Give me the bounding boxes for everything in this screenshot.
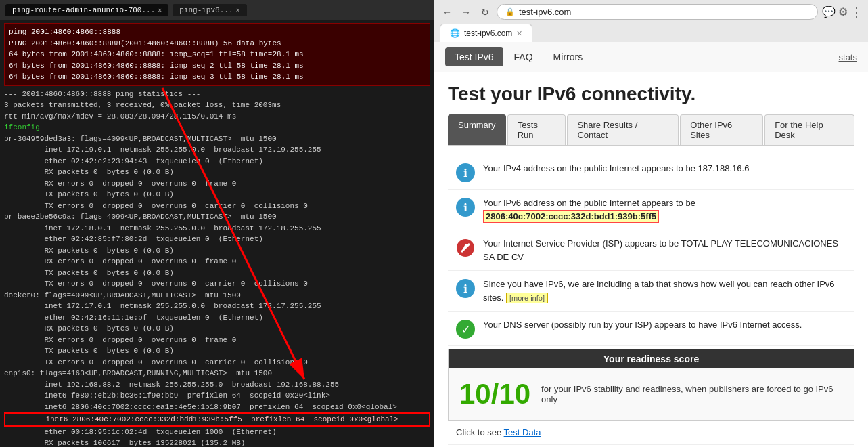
terminal-line: --- 2001:4860:4860::8888 ping statistics… xyxy=(4,89,430,100)
check-icon: ✓ xyxy=(456,320,475,339)
terminal-line: RX packets 0 bytes 0 (0.0 B) xyxy=(4,245,430,257)
info-item-isp: Your Internet Service Provider (ISP) app… xyxy=(448,230,854,271)
ipv6-text-prefix: Your IPv6 address on the public Internet… xyxy=(483,198,695,208)
terminal-content: ping 2001:4860:4860::8888 PING 2001:4860… xyxy=(0,20,434,447)
extension-icon[interactable]: ⚙ xyxy=(838,5,848,18)
terminal-line: inet6 2806:40c:7002:cccc:ea1e:4e5e:1b18:… xyxy=(4,402,430,413)
info-item-since-ipv6: ℹ Since you have IPv6, we are including … xyxy=(448,271,854,312)
test-data-prefix: Click to see xyxy=(456,427,504,438)
terminal-line: ether 02:42:16:11:1e:bf txqueuelen 0 (Et… xyxy=(4,312,430,324)
tab-summary[interactable]: Summary xyxy=(448,114,506,145)
test-data-section: Click to see Test Data xyxy=(448,421,854,444)
readiness-section: Your readiness score 10/10 for your IPv6… xyxy=(448,349,854,421)
browser-tab[interactable]: 🌐 test-ipv6.com ✕ xyxy=(440,24,532,42)
tab-close[interactable]: ✕ xyxy=(516,29,522,38)
terminal-line: TX packets 0 bytes 0 (0.0 B) xyxy=(4,345,430,357)
terminal-line: TX packets 0 bytes 0 (0.0 B) xyxy=(4,268,430,279)
tab-tests-run[interactable]: Tests Run xyxy=(507,114,566,145)
test-data-link[interactable]: Test Data xyxy=(504,427,541,438)
terminal-line: enp1s0: flags=4163<UP,BROADCAST,RUNNING,… xyxy=(4,368,430,379)
readiness-body: 10/10 for your IPv6 stability and readin… xyxy=(449,368,854,420)
terminal-line: TX packets 0 bytes 0 (0.0 B) xyxy=(4,189,430,200)
tab-help-desk[interactable]: For the Help Desk xyxy=(764,114,854,145)
nav-link-mirrors[interactable]: Mirrors xyxy=(544,47,593,66)
menu-icon[interactable]: ⋮ xyxy=(850,5,863,20)
info-icon-ipv6: ℹ xyxy=(456,198,475,217)
terminal-line: ifconfig xyxy=(4,122,430,133)
translate-icon[interactable]: 💬 xyxy=(822,5,836,18)
lock-icon: 🔒 xyxy=(505,7,515,16)
terminal-line: RX packets 0 bytes 0 (0.0 B) xyxy=(4,167,430,178)
terminal-line: inet 172.18.0.1 netmask 255.255.0.0 broa… xyxy=(4,223,430,234)
info-text-ipv6: Your IPv6 address on the public Internet… xyxy=(483,196,846,223)
more-info-link[interactable]: [more info] xyxy=(506,293,548,303)
stats-link[interactable]: stats xyxy=(839,52,857,62)
website-content: Test IPv6 FAQ Mirrors stats Test your IP… xyxy=(434,42,868,447)
back-button[interactable]: ← xyxy=(440,5,455,20)
tab-title: test-ipv6.com xyxy=(464,28,512,38)
info-text-ipv4: Your IPv4 address on the public Internet… xyxy=(483,162,749,175)
terminal-line: RX packets 106617 bytes 135228021 (135.2… xyxy=(4,438,430,447)
terminal-line: 3 packets transmitted, 3 received, 0% pa… xyxy=(4,100,430,111)
terminal-line: br-304959ded3a3: flags=4099<UP,BROADCAST… xyxy=(4,133,430,145)
ping-output-block: ping 2001:4860:4860::8888 PING 2001:4860… xyxy=(4,23,430,86)
browser-tabs-bar: 🌐 test-ipv6.com ✕ xyxy=(440,24,863,42)
browser-panel: ← → ↻ 🔒 test-ipv6.com 💬 ⚙ ⋮ 🌐 test-ipv6.… xyxy=(434,0,868,447)
terminal-tab-active[interactable]: ping-router-admin-anuncio-700... ✕ xyxy=(5,4,168,16)
nav-link-test-ipv6[interactable]: Test IPv6 xyxy=(445,47,503,66)
terminal-line: ether 02:42:85:f7:80:2d txqueuelen 0 (Et… xyxy=(4,234,430,245)
terminal-panel: ping-router-admin-anuncio-700... ✕ ping-… xyxy=(0,0,434,447)
terminal-line: 64 bytes from 2001:4860:4860::8888: icmp… xyxy=(9,49,426,60)
tab-share-results[interactable]: Share Results / Contact xyxy=(567,114,679,145)
terminal-line: inet 172.19.0.1 netmask 255.255.0.0 broa… xyxy=(4,144,430,156)
terminal-line: TX errors 0 dropped 0 overruns 0 carrier… xyxy=(4,200,430,212)
info-icon-ipv4: ℹ xyxy=(456,163,475,182)
info-icon-since: ℹ xyxy=(456,279,475,298)
tab-favicon: 🌐 xyxy=(450,28,460,38)
terminal-line: inet6 2806:40c:7002:cccc:332d:bdd1:939b:… xyxy=(5,414,429,425)
terminal-line: ether 00:18:95:1c:02:4d txqueuelen 1000 … xyxy=(4,427,430,438)
highlighted-ipv6-line: inet6 2806:40c:7002:cccc:332d:bdd1:939b:… xyxy=(4,412,430,427)
info-text-isp: Your Internet Service Provider (ISP) app… xyxy=(483,237,846,263)
ipv6-address-highlight: 2806:40c:7002:cccc:332d:bdd1:939b:5ff5 xyxy=(483,210,659,223)
terminal-tab-label: ping-router-admin-anuncio-700... xyxy=(12,6,155,14)
info-text-since: Since you have IPv6, we are including a … xyxy=(483,278,846,304)
terminal-line: inet 172.17.0.1 netmask 255.255.0.0 broa… xyxy=(4,301,430,312)
terminal-line: rtt min/avg/max/mdev = 28.083/28.094/28.… xyxy=(4,111,430,123)
forward-button[interactable]: → xyxy=(459,5,474,20)
url-text: test-ipv6.com xyxy=(519,7,571,17)
browser-toolbar-icons: 💬 ⚙ ⋮ xyxy=(822,5,863,20)
address-bar[interactable]: 🔒 test-ipv6.com xyxy=(497,4,818,20)
readiness-score: 10/10 xyxy=(459,378,530,410)
terminal-line: RX packets 0 bytes 0 (0.0 B) xyxy=(4,323,430,335)
site-main-content: Test your IPv6 connectivity. Summary Tes… xyxy=(434,72,868,447)
terminal-line: 64 bytes from 2001:4860:4860::8888: icmp… xyxy=(9,60,426,72)
info-item-dns: ✓ Your DNS server (possibly run by your … xyxy=(448,312,854,346)
terminal-line: RX errors 0 dropped 0 overruns 0 frame 0 xyxy=(4,256,430,268)
site-navigation: Test IPv6 FAQ Mirrors stats xyxy=(434,42,868,72)
info-item-ipv4: ℹ Your IPv4 address on the public Intern… xyxy=(448,155,854,190)
terminal-line: br-baee2be56c9a: flags=4099<UP,BROADCAST… xyxy=(4,211,430,223)
readiness-header: Your readiness score xyxy=(449,349,854,368)
arrow-icon xyxy=(456,238,475,257)
terminal-tab-bar: ping-router-admin-anuncio-700... ✕ ping-… xyxy=(0,0,434,20)
page-title: Test your IPv6 connectivity. xyxy=(448,83,854,105)
info-text-dns: Your DNS server (possibly run by your IS… xyxy=(483,318,802,332)
info-item-ipv6: ℹ Your IPv6 address on the public Intern… xyxy=(448,190,854,230)
terminal-line: 64 bytes from 2001:4860:4860::8888: icmp… xyxy=(9,71,426,83)
reload-button[interactable]: ↻ xyxy=(478,5,493,20)
tab-other-ipv6-sites[interactable]: Other IPv6 Sites xyxy=(680,114,763,145)
terminal-line: RX errors 0 dropped 0 overruns 0 frame 0 xyxy=(4,335,430,346)
nav-link-faq[interactable]: FAQ xyxy=(505,47,543,66)
updated-stats: (Updated server side IPv6 readiness stat… xyxy=(448,444,854,447)
readiness-description: for your IPv6 stability and readiness, w… xyxy=(541,384,843,404)
content-tabs: Summary Tests Run Share Results / Contac… xyxy=(448,114,854,146)
terminal-line: RX errors 0 dropped 0 overruns 0 frame 0 xyxy=(4,178,430,190)
terminal-line: ether 02:42:e2:23:94:43 txqueuelen 0 (Et… xyxy=(4,156,430,167)
terminal-line: docker0: flags=4099<UP,BROADCAST,MULTICA… xyxy=(4,290,430,301)
close-icon-2[interactable]: ✕ xyxy=(235,6,239,14)
terminal-line: TX errors 0 dropped 0 overruns 0 carrier… xyxy=(4,278,430,290)
terminal-line: inet6 fe80::eb2b:bc36:1f9e:bb9 prefixlen… xyxy=(4,390,430,402)
close-icon[interactable]: ✕ xyxy=(158,6,162,14)
terminal-tab-inactive[interactable]: ping-ipv6... ✕ xyxy=(173,4,246,16)
